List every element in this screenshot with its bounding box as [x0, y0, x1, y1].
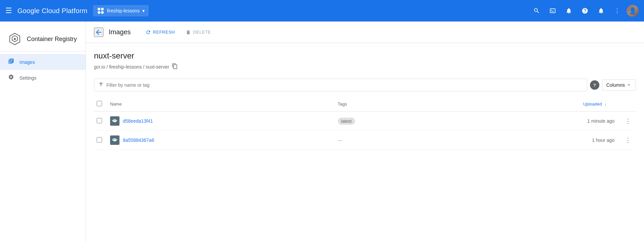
image-name-link-1[interactable]: 8a55884367a6	[123, 137, 154, 143]
svg-point-0	[98, 8, 100, 10]
project-selector[interactable]: fireship-lessons ▾	[93, 5, 149, 16]
page-title: Images	[109, 28, 131, 36]
page-actions: REFRESH DELETE	[142, 27, 215, 38]
sidebar-item-settings[interactable]: Settings	[0, 70, 86, 86]
uploaded-column-header[interactable]: Uploaded ↓	[439, 97, 620, 112]
notifications-button[interactable]	[594, 4, 608, 17]
sort-direction-icon: ↓	[604, 102, 606, 107]
uploaded-cell-1: 1 hour ago	[439, 131, 620, 150]
topbar-icons: ⋮ 👤	[530, 4, 639, 17]
columns-button[interactable]: Columns	[602, 79, 636, 91]
terminal-button[interactable]	[546, 4, 559, 17]
sidebar: Container Registry Images Settings	[0, 22, 86, 242]
help-button[interactable]	[578, 4, 592, 17]
image-name-link-0[interactable]: d58eeda13f41	[123, 118, 153, 124]
tags-column-header: Tags	[335, 97, 439, 112]
svg-point-6	[14, 38, 16, 40]
tags-cell-0: latest	[335, 112, 439, 131]
back-button[interactable]	[94, 28, 103, 37]
table-row: 8a55884367a6 — 1 hour ago ⋮	[94, 131, 636, 150]
select-all-checkbox[interactable]	[97, 101, 102, 106]
row-more-button-1[interactable]: ⋮	[623, 135, 633, 146]
app-title: Google Cloud Platform	[17, 7, 88, 15]
row-checkbox-0[interactable]	[97, 118, 102, 123]
svg-point-1	[101, 8, 104, 10]
images-nav-icon	[8, 58, 14, 66]
topbar: ☰ Google Cloud Platform fireship-lessons…	[0, 0, 644, 22]
alerts-button[interactable]	[562, 4, 576, 17]
name-cell-1: 8a55884367a6	[110, 135, 333, 145]
sidebar-header: Container Registry	[0, 27, 86, 51]
refresh-button[interactable]: REFRESH	[142, 27, 179, 38]
main-content: Images REFRESH DELETE nuxt-server gcr.io…	[86, 22, 644, 242]
svg-point-3	[101, 11, 104, 14]
docker-icon-1	[110, 135, 119, 145]
svg-point-2	[98, 11, 100, 14]
row-checkbox-1[interactable]	[97, 137, 102, 143]
settings-nav-icon	[8, 74, 14, 82]
content-area: nuxt-server gcr.io / fireship-lessons / …	[86, 43, 644, 158]
docker-icon-0	[110, 116, 119, 126]
filter-icon	[98, 82, 104, 88]
uploaded-cell-0: 1 minute ago	[439, 112, 620, 131]
menu-icon[interactable]: ☰	[5, 6, 12, 15]
name-column-header: Name	[107, 97, 335, 112]
row-more-button-0[interactable]: ⋮	[623, 116, 633, 126]
tag-badge-latest: latest	[338, 118, 355, 125]
image-path: gcr.io / fireship-lessons / nuxt-server	[94, 63, 636, 71]
filter-input-container	[94, 79, 587, 91]
settings-nav-label: Settings	[19, 75, 37, 81]
project-name: fireship-lessons	[107, 8, 140, 13]
table-row: d58eeda13f41 latest 1 minute ago ⋮	[94, 112, 636, 131]
search-button[interactable]	[530, 4, 543, 17]
table-header-row: Name Tags Uploaded ↓	[94, 97, 636, 112]
delete-button[interactable]: DELETE	[182, 27, 215, 38]
tags-cell-1: —	[335, 131, 439, 150]
copy-path-button[interactable]	[172, 63, 178, 71]
user-avatar[interactable]: 👤	[627, 5, 639, 17]
project-dropdown-icon: ▾	[142, 8, 145, 13]
no-tag-indicator: —	[338, 137, 343, 143]
filter-bar: ? Columns	[94, 79, 636, 91]
images-nav-label: Images	[19, 59, 35, 65]
filter-help-button[interactable]: ?	[590, 80, 599, 90]
name-cell-0: d58eeda13f41	[110, 116, 333, 126]
image-name: nuxt-server	[94, 51, 636, 61]
project-dots-icon	[97, 7, 104, 14]
sidebar-item-images[interactable]: Images	[0, 54, 86, 70]
filter-input[interactable]	[106, 82, 583, 88]
page-header: Images REFRESH DELETE	[86, 22, 644, 43]
container-registry-icon	[8, 32, 21, 46]
images-table: Name Tags Uploaded ↓	[94, 97, 636, 150]
more-options-button[interactable]: ⋮	[610, 4, 624, 17]
sidebar-title: Container Registry	[27, 36, 77, 43]
